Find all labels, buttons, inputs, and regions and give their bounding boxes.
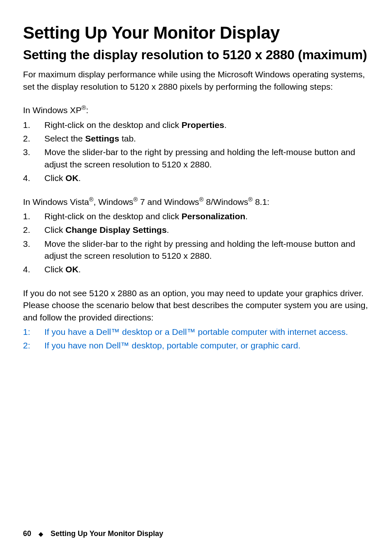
bold-text: OK [65,173,78,183]
list-item: 1.Right-click on the desktop and click P… [23,119,369,131]
scenario-link[interactable]: If you have non Dell™ desktop, portable … [44,341,300,350]
list-item: 1.Right-click on the desktop and click P… [23,210,369,222]
step-number: 4. [23,172,39,184]
page-number: 60 [23,529,31,538]
step-number: 1. [23,119,39,131]
step-number: 2. [23,132,39,144]
bold-text: Settings [85,134,119,143]
driver-note: If you do not see 5120 x 2880 as an opti… [23,287,369,323]
footer-label: Setting Up Your Monitor Display [51,529,163,538]
step-number: 3. [23,238,39,250]
list-item: 2.Click Change Display Settings. [23,224,369,236]
step-number: 2. [23,224,39,236]
bold-text: Change Display Settings [65,225,166,234]
step-number: 3. [23,146,39,158]
section-a-label: In Windows XP®: [23,104,369,116]
section-b-label: In Windows Vista®, Windows® 7 and Window… [23,196,369,208]
scenario-link-item: 1:If you have a Dell™ desktop or a Dell™… [23,326,369,338]
scenario-link-item: 2:If you have non Dell™ desktop, portabl… [23,339,369,351]
registered-mark: ® [199,196,204,203]
link-number: 2: [23,339,30,351]
list-item: 4.Click OK. [23,263,369,275]
bold-text: Personalization [182,211,245,221]
link-number: 1: [23,326,30,338]
list-item: 3.Move the slider-bar to the right by pr… [23,146,369,170]
page-title: Setting Up Your Monitor Display [23,23,369,43]
list-item: 3.Move the slider-bar to the right by pr… [23,238,369,262]
step-number: 1. [23,210,39,222]
list-item: 4.Click OK. [23,172,369,184]
registered-mark: ® [89,196,94,203]
registered-mark: ® [133,196,138,203]
registered-mark: ® [248,196,253,203]
step-number: 4. [23,263,39,275]
intro-paragraph: For maximum display performance while us… [23,68,369,93]
page-footer: 60 ◆ Setting Up Your Monitor Display [23,529,163,538]
section-heading: Setting the display resolution to 5120 x… [23,47,369,63]
scenario-links: 1:If you have a Dell™ desktop or a Dell™… [23,326,369,352]
list-item: 2.Select the Settings tab. [23,132,369,144]
bold-text: Properties [182,120,224,130]
bold-text: OK [65,265,78,274]
section-a-steps: 1.Right-click on the desktop and click P… [23,119,369,184]
diamond-icon: ◆ [39,531,43,537]
section-b-steps: 1.Right-click on the desktop and click P… [23,210,369,276]
scenario-link[interactable]: If you have a Dell™ desktop or a Dell™ p… [44,327,348,337]
